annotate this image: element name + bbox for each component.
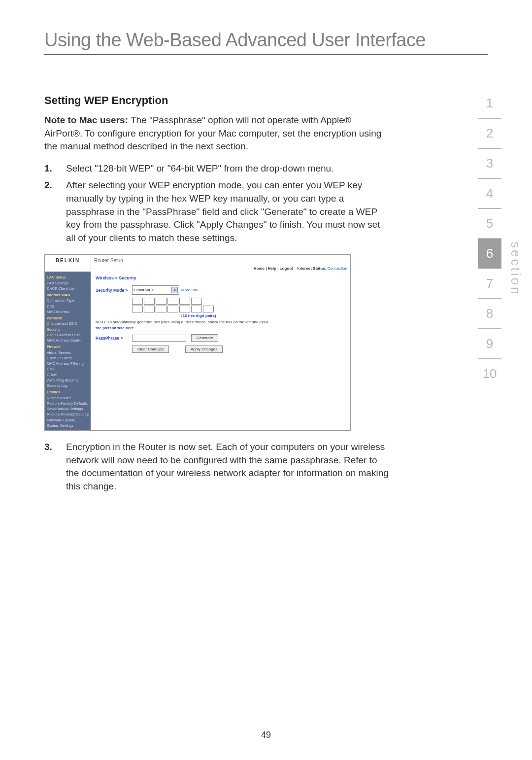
sidebar-group-wan: Internet WAN [47, 292, 89, 298]
sidebar-item-dns[interactable]: DNS [47, 304, 89, 309]
sidebar-item-firmware-update[interactable]: Firmware Update [47, 417, 89, 423]
step-number: 2. [44, 179, 66, 244]
security-mode-label: Security Mode > [96, 288, 132, 293]
section-nav-7[interactable]: 7 [478, 269, 501, 299]
sidebar-group-wireless: Wireless [47, 315, 89, 321]
section-nav-8[interactable]: 8 [478, 299, 501, 329]
section-nav: 1 2 3 4 5 6 7 8 9 10 [478, 89, 501, 388]
sidebar-item-virtual-servers[interactable]: Virtual Servers [47, 350, 89, 355]
section-nav-2[interactable]: 2 [478, 119, 501, 149]
sidebar-item-channel-ssid[interactable]: Channel and SSID [47, 321, 89, 326]
clear-changes-button[interactable]: Clear Changes [132, 345, 169, 353]
sidebar-item-lan-settings[interactable]: LAN Settings [47, 280, 89, 286]
sidebar-item-security[interactable]: Security [47, 327, 89, 332]
router-sidebar: LAN Setup LAN Settings DHCP Client List … [45, 272, 91, 430]
passphrase-note-2: the passphrase here [96, 326, 345, 330]
step-number: 3. [44, 441, 66, 493]
sidebar-item-dhcp[interactable]: DHCP Client List [47, 286, 89, 291]
router-screenshot: BELKIN Router Setup Home | Help | Logout… [44, 254, 351, 431]
hex-input[interactable] [132, 298, 143, 305]
sidebar-item-restore-defaults[interactable]: Restore Factory Defaults [47, 401, 89, 406]
page-number: 49 [0, 730, 532, 740]
hex-input[interactable] [179, 306, 190, 312]
section-nav-5[interactable]: 5 [478, 209, 501, 239]
sidebar-item-dmz[interactable]: DMZ [47, 366, 89, 372]
hex-input[interactable] [179, 298, 190, 305]
apply-changes-button[interactable]: Apply Changes [185, 345, 223, 353]
section-nav-9[interactable]: 9 [478, 329, 501, 359]
steps-list: 1. Select "128-bit WEP" or "64-bit WEP" … [44, 162, 389, 245]
sidebar-item-mac-control[interactable]: MAC Address Control [47, 338, 89, 343]
hex-input[interactable] [191, 306, 202, 312]
sidebar-item-use-as-ap[interactable]: Use as Access Point [47, 332, 89, 338]
sidebar-item-ddns[interactable]: DDNS [47, 372, 89, 378]
hex-row-1 [132, 298, 345, 305]
passphrase-note: NOTE:To automatically generate hex pairs… [96, 320, 345, 324]
note-label: Note to Mac users: [44, 115, 128, 125]
internet-status-value: Connection [328, 266, 347, 271]
section-nav-4[interactable]: 4 [478, 179, 501, 209]
sidebar-item-security-log[interactable]: Security Log [47, 383, 89, 388]
passphrase-input[interactable] [132, 335, 186, 342]
hex-input[interactable] [144, 298, 155, 305]
internet-status-label: Internet Status: [298, 266, 327, 271]
security-mode-value: 128bit WEP [133, 288, 154, 292]
hex-input[interactable] [156, 306, 166, 312]
passphrase-label: PassPhrase > [96, 336, 132, 341]
main-content: Setting WEP Encryption Note to Mac users… [44, 94, 389, 493]
router-setup-title: Router Setup [94, 258, 347, 263]
page-title: Using the Web-Based Advanced User Interf… [44, 30, 488, 51]
title-rule [44, 54, 488, 55]
router-main-panel: Wireless > Security Security Mode > 128b… [91, 272, 350, 430]
sidebar-item-mac-filtering[interactable]: MAC Address Filtering [47, 361, 89, 366]
section-nav-1[interactable]: 1 [478, 89, 501, 119]
subheading: Setting WEP Encryption [44, 94, 389, 107]
sidebar-item-restart[interactable]: Restart Router [47, 395, 89, 401]
chevron-down-icon: ▾ [171, 287, 178, 293]
step-text: After selecting your WEP encryption mode… [66, 179, 389, 244]
hex-input[interactable] [156, 298, 166, 305]
sidebar-item-restore-previous[interactable]: Restore Previous Settings [47, 412, 89, 417]
sidebar-item-system-settings[interactable]: System Settings [47, 423, 89, 428]
step-text: Encryption in the Router is now set. Eac… [66, 441, 389, 493]
sidebar-item-client-ip-filters[interactable]: Client IP Filters [47, 355, 89, 361]
section-nav-10[interactable]: 10 [478, 359, 501, 388]
sidebar-group-lan: LAN Setup [47, 275, 89, 280]
hex-caption: (13 hex digit pairs) [181, 313, 345, 318]
step-2: 2. After selecting your WEP encryption m… [44, 179, 389, 244]
hex-input[interactable] [144, 306, 155, 312]
hex-input[interactable] [191, 298, 202, 305]
section-nav-6[interactable]: 6 [478, 239, 501, 269]
hex-input[interactable] [132, 306, 143, 312]
more-info-link[interactable]: More Info [181, 288, 198, 292]
sidebar-item-mac-address[interactable]: MAC Address [47, 309, 89, 314]
hex-input[interactable] [167, 298, 178, 305]
meta-links[interactable]: Home | Help | Logout [254, 266, 293, 271]
breadcrumb: Wireless > Security [96, 276, 345, 280]
header-meta: Home | Help | Logout Internet Status: Co… [254, 266, 347, 271]
step-number: 1. [44, 162, 66, 175]
note-paragraph: Note to Mac users: The "Passphrase" opti… [44, 114, 389, 153]
hex-row-2 [132, 306, 345, 312]
sidebar-item-wan-ping[interactable]: WAN Ping Blocking [47, 378, 89, 383]
step-text: Select "128-bit WEP" or "64-bit WEP" fro… [66, 162, 389, 175]
sidebar-item-connection-type[interactable]: Connection Type [47, 298, 89, 303]
steps-list-continued: 3. Encryption in the Router is now set. … [44, 441, 389, 493]
security-mode-select[interactable]: 128bit WEP ▾ [132, 285, 179, 295]
hex-input[interactable] [203, 306, 214, 312]
section-label: section [508, 242, 523, 296]
sidebar-group-firewall: Firewall [47, 344, 89, 349]
step-1: 1. Select "128-bit WEP" or "64-bit WEP" … [44, 162, 389, 175]
hex-input[interactable] [167, 306, 178, 312]
generate-button[interactable]: Generate [191, 334, 218, 342]
sidebar-item-save-backup[interactable]: Save/Backup Settings [47, 406, 89, 412]
section-nav-3[interactable]: 3 [478, 149, 501, 179]
step-3: 3. Encryption in the Router is now set. … [44, 441, 389, 493]
brand-logo: BELKIN [45, 255, 91, 272]
sidebar-group-utilities: Utilities [47, 389, 89, 395]
